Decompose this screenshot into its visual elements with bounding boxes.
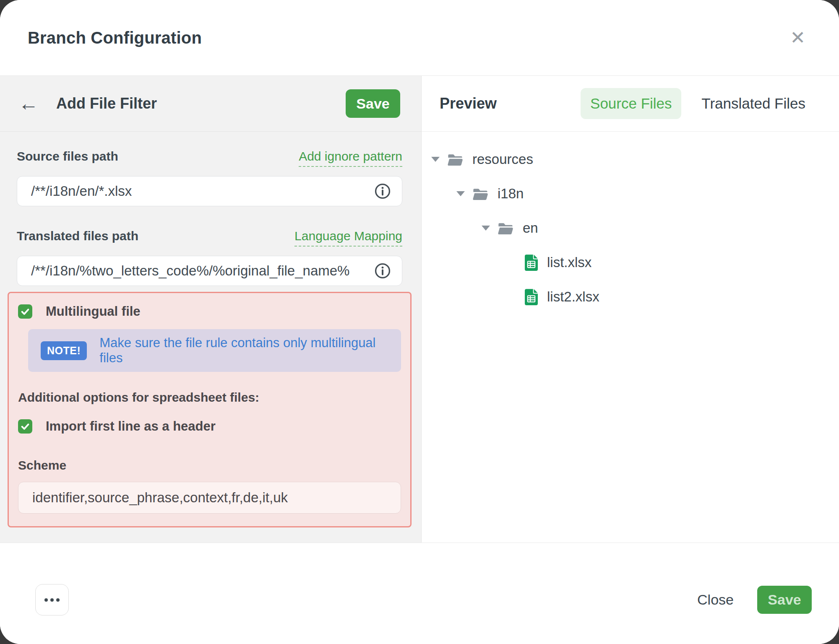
preview-tabs: Source Files Translated Files	[581, 88, 805, 119]
multilingual-checkbox-label: Multilingual file	[46, 304, 141, 319]
close-button[interactable]: Close	[697, 592, 734, 608]
tree-item-resources[interactable]: resources	[422, 142, 839, 177]
tree-item-label: i18n	[498, 186, 524, 202]
save-filter-button[interactable]: Save	[346, 89, 400, 118]
source-path-field	[17, 176, 402, 206]
close-icon[interactable]: ✕	[790, 29, 805, 47]
info-icon[interactable]	[374, 182, 391, 200]
file-spreadsheet-icon	[525, 254, 538, 271]
filter-panel-header: ← Add File Filter Save	[0, 76, 421, 132]
dialog-footer: Close Save	[0, 543, 839, 644]
file-spreadsheet-icon	[525, 289, 538, 305]
scheme-input[interactable]	[18, 482, 401, 514]
caret-down-icon[interactable]	[456, 191, 465, 196]
scheme-label: Scheme	[18, 458, 401, 473]
tree-item-list-xlsx[interactable]: list.xlsx	[422, 245, 839, 280]
multilingual-note: NOTE! Make sure the file rule contains o…	[28, 329, 401, 372]
file-filter-form: Source files path Add ignore pattern Tra…	[0, 132, 421, 527]
tree-item-en[interactable]: en	[422, 211, 839, 245]
preview-panel: Preview Source Files Translated Files re…	[422, 76, 839, 543]
page-title: Branch Configuration	[28, 29, 202, 47]
file-tree: resources i18n en	[422, 132, 839, 314]
multilingual-checkbox[interactable]	[18, 304, 32, 319]
tree-item-label: list.xlsx	[547, 254, 591, 270]
preview-heading: Preview	[440, 95, 497, 112]
note-badge: NOTE!	[41, 341, 87, 360]
tab-translated-files[interactable]: Translated Files	[701, 95, 805, 112]
import-first-line-checkbox[interactable]	[18, 419, 32, 434]
translated-path-field	[17, 256, 402, 286]
translated-path-input[interactable]	[17, 256, 402, 286]
branch-configuration-dialog: Branch Configuration ✕ ← Add File Filter…	[0, 0, 839, 644]
tree-item-list2-xlsx[interactable]: list2.xlsx	[422, 280, 839, 314]
translated-path-label: Translated files path	[17, 229, 138, 243]
tree-item-label: en	[523, 220, 538, 236]
filter-panel-heading: Add File Filter	[56, 95, 157, 112]
dialog-body: ← Add File Filter Save Source files path…	[0, 76, 839, 543]
folder-icon	[498, 221, 513, 235]
spreadsheet-options-heading: Additional options for spreadsheet files…	[18, 390, 401, 405]
source-path-label: Source files path	[17, 149, 118, 164]
language-mapping-link[interactable]: Language Mapping	[294, 229, 402, 247]
preview-panel-header: Preview Source Files Translated Files	[422, 76, 839, 132]
caret-down-icon[interactable]	[482, 226, 490, 231]
add-ignore-pattern-link[interactable]: Add ignore pattern	[299, 149, 402, 167]
tree-item-i18n[interactable]: i18n	[422, 177, 839, 211]
back-arrow-icon[interactable]: ←	[18, 93, 39, 114]
folder-icon	[472, 187, 488, 200]
more-options-button[interactable]	[35, 584, 69, 615]
info-icon[interactable]	[374, 262, 391, 280]
folder-icon	[447, 153, 463, 166]
source-path-input[interactable]	[17, 176, 402, 206]
caret-down-icon[interactable]	[431, 157, 440, 162]
note-text: Make sure the file rule contains only mu…	[99, 335, 388, 366]
import-first-line-label: Import first line as a header	[46, 419, 216, 434]
multilingual-options-section: Multilingual file NOTE! Make sure the fi…	[8, 292, 412, 527]
ellipsis-icon	[44, 598, 48, 602]
tree-item-label: list2.xlsx	[547, 289, 599, 305]
tree-item-label: resources	[472, 151, 533, 167]
dialog-titlebar: Branch Configuration ✕	[0, 0, 839, 76]
file-filter-panel: ← Add File Filter Save Source files path…	[0, 76, 422, 543]
tab-source-files[interactable]: Source Files	[581, 88, 681, 119]
save-button[interactable]: Save	[757, 586, 812, 614]
